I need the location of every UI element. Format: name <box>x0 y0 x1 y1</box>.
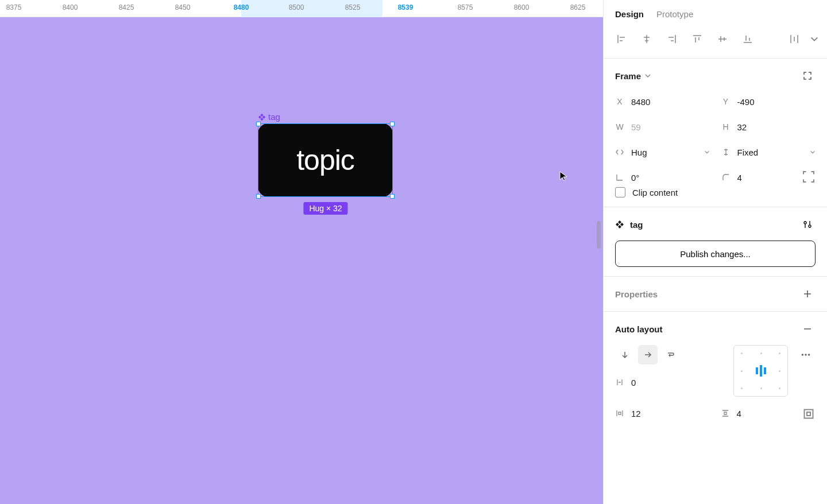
autolayout-more-button[interactable] <box>796 345 816 365</box>
resize-handle-tl[interactable] <box>256 122 261 126</box>
radius-icon <box>721 173 731 181</box>
publish-changes-button[interactable]: Publish changes... <box>615 241 816 267</box>
horizontal-ruler[interactable]: 8375840084258450848085008525853985758600… <box>0 0 603 17</box>
x-field[interactable]: X8480 <box>615 92 710 111</box>
align-top-button[interactable] <box>687 29 707 49</box>
align-bottom-button[interactable] <box>738 29 758 49</box>
chevron-down-icon[interactable] <box>644 72 651 79</box>
ruler-tick: 8425 <box>119 3 134 11</box>
padding-h-icon <box>615 409 624 417</box>
align-right-button[interactable] <box>662 29 682 49</box>
ruler-tick: 8539 <box>398 3 413 11</box>
remove-autolayout-button[interactable] <box>799 321 816 337</box>
frame-title[interactable]: Frame <box>615 71 641 81</box>
node-label[interactable]: tag <box>258 112 280 122</box>
svg-point-1 <box>809 225 811 227</box>
svg-point-4 <box>808 354 810 355</box>
gap-field[interactable]: 0 <box>615 373 722 392</box>
resize-handle-tr[interactable] <box>390 122 395 126</box>
rotation-field[interactable]: 0° <box>615 168 710 187</box>
design-panel: Design Prototype Frame X848 <box>603 0 827 504</box>
autolayout-section: Auto layout 0 <box>604 312 827 430</box>
independent-padding-button[interactable] <box>802 407 816 421</box>
ruler-tick: 8450 <box>175 3 191 11</box>
align-hcenter-button[interactable] <box>637 29 656 49</box>
resize-to-fit-button[interactable] <box>799 68 816 84</box>
svg-point-3 <box>805 354 806 355</box>
ruler-selection <box>241 0 382 17</box>
ruler-tick: 8480 <box>234 3 249 11</box>
alignment-row <box>604 26 827 59</box>
clip-content-row[interactable]: Clip content <box>615 187 816 197</box>
y-field[interactable]: Y-490 <box>721 92 816 111</box>
padding-h-field[interactable]: 12 <box>615 404 710 423</box>
tag-node[interactable]: topic <box>258 123 393 197</box>
align-left-button[interactable] <box>612 29 631 49</box>
component-icon <box>258 113 266 121</box>
clip-content-label: Clip content <box>632 188 678 197</box>
independent-corners-button[interactable] <box>802 170 816 184</box>
horiz-resize-icon <box>615 148 624 156</box>
align-more-button[interactable] <box>810 29 819 49</box>
ruler-tick: 8375 <box>6 3 22 11</box>
component-name: tag <box>630 220 794 230</box>
chevron-down-icon <box>704 149 710 155</box>
ruler-tick: 8525 <box>345 3 361 11</box>
vertical-scrollbar[interactable] <box>597 221 601 249</box>
ruler-tick: 8575 <box>458 3 473 11</box>
align-vcenter-button[interactable] <box>713 29 732 49</box>
ruler-tick: 8400 <box>63 3 78 11</box>
ruler-tick: 8600 <box>514 3 530 11</box>
dimension-badge: Hug × 32 <box>303 202 347 215</box>
cursor-icon <box>559 171 567 181</box>
frame-section: Frame X8480 Y-490 W59 H32 Hug Fixed <box>604 59 827 207</box>
direction-vertical-button[interactable] <box>615 345 635 365</box>
clip-content-checkbox[interactable] <box>615 187 625 197</box>
tab-design[interactable]: Design <box>615 9 644 19</box>
ruler-tick: 8500 <box>289 3 304 11</box>
ruler-tick: 8625 <box>570 3 586 11</box>
gap-icon <box>615 378 624 386</box>
canvas-area[interactable]: 8375840084258450848085008525853985758600… <box>0 0 603 504</box>
chevron-down-icon <box>810 149 816 155</box>
vert-resize-icon <box>721 148 731 156</box>
svg-point-2 <box>802 354 803 355</box>
autolayout-title: Auto layout <box>615 324 663 334</box>
canvas[interactable]: tag topic Hug × 32 <box>0 17 603 504</box>
distribute-button[interactable] <box>785 29 804 49</box>
w-field[interactable]: W59 <box>615 117 710 137</box>
panel-tabs: Design Prototype <box>604 0 827 26</box>
tab-prototype[interactable]: Prototype <box>656 9 693 19</box>
vert-resize-field[interactable]: Fixed <box>721 142 816 162</box>
node-label-text: tag <box>268 112 280 122</box>
properties-section: Properties <box>604 277 827 312</box>
resize-handle-br[interactable] <box>390 194 395 199</box>
node-text: topic <box>296 144 354 177</box>
svg-point-0 <box>804 222 806 224</box>
direction-horizontal-button[interactable] <box>638 345 658 365</box>
horiz-resize-field[interactable]: Hug <box>615 142 710 162</box>
add-property-button[interactable] <box>799 286 816 302</box>
component-icon <box>615 220 624 229</box>
angle-icon <box>615 173 624 181</box>
direction-wrap-button[interactable] <box>661 345 681 365</box>
padding-v-icon <box>721 409 730 417</box>
component-section: tag Publish changes... <box>604 207 827 277</box>
properties-title: Properties <box>615 289 658 299</box>
component-settings-button[interactable] <box>799 216 816 232</box>
h-field[interactable]: H32 <box>721 117 816 137</box>
resize-handle-bl[interactable] <box>256 194 261 199</box>
alignment-grid[interactable] <box>733 345 788 397</box>
